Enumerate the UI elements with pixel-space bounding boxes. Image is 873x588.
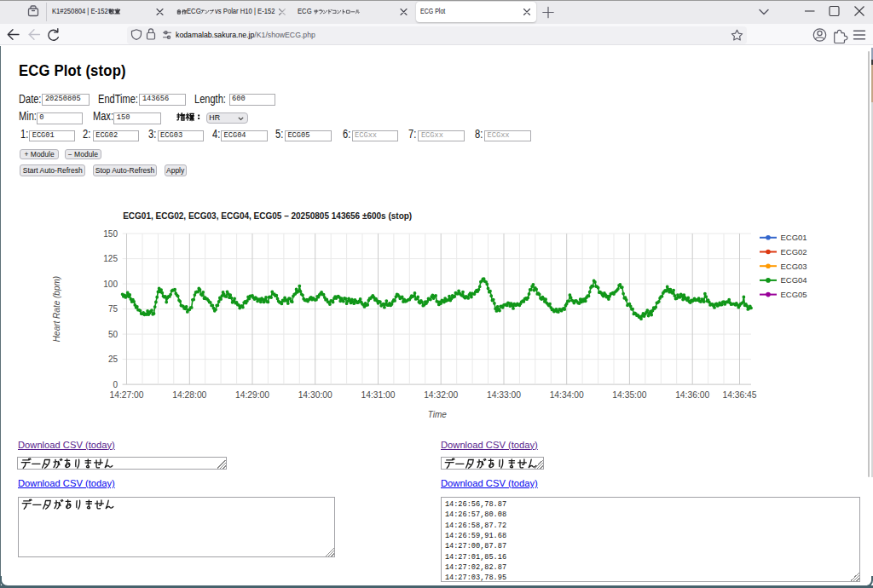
svg-text:14:27:00: 14:27:00: [109, 390, 143, 400]
svg-text:100: 100: [103, 280, 118, 289]
svg-text:ECG02: ECG02: [781, 247, 807, 257]
svg-text:75: 75: [108, 304, 119, 314]
svg-text:ECG03: ECG03: [781, 262, 807, 271]
svg-text:14:35:00: 14:35:00: [612, 390, 646, 400]
svg-text:14:34:00: 14:34:00: [550, 390, 584, 400]
svg-text:14:28:00: 14:28:00: [172, 390, 206, 400]
svg-text:150: 150: [103, 229, 118, 239]
svg-text:ECG04: ECG04: [781, 275, 807, 285]
svg-text:ECG01: ECG01: [781, 233, 807, 242]
svg-text:14:31:00: 14:31:00: [361, 390, 395, 400]
svg-text:50: 50: [108, 330, 119, 339]
svg-text:ECG01, ECG02, ECG03, ECG04, EC: ECG01, ECG02, ECG03, ECG04, ECG05 – 2025…: [123, 211, 412, 221]
svg-text:0: 0: [113, 380, 118, 389]
svg-text:14:33:00: 14:33:00: [487, 390, 521, 400]
svg-text:14:32:00: 14:32:00: [424, 390, 458, 400]
svg-text:14:36:00: 14:36:00: [675, 390, 709, 400]
svg-text:14:36:45: 14:36:45: [722, 390, 756, 400]
svg-text:14:30:00: 14:30:00: [298, 390, 332, 400]
svg-text:14:29:00: 14:29:00: [235, 390, 269, 400]
svg-text:Heart Rate (bpm): Heart Rate (bpm): [52, 276, 61, 342]
svg-text:125: 125: [103, 254, 118, 263]
svg-text:Time: Time: [428, 410, 448, 419]
svg-text:25: 25: [108, 355, 119, 364]
svg-text:ECG05: ECG05: [781, 290, 807, 299]
